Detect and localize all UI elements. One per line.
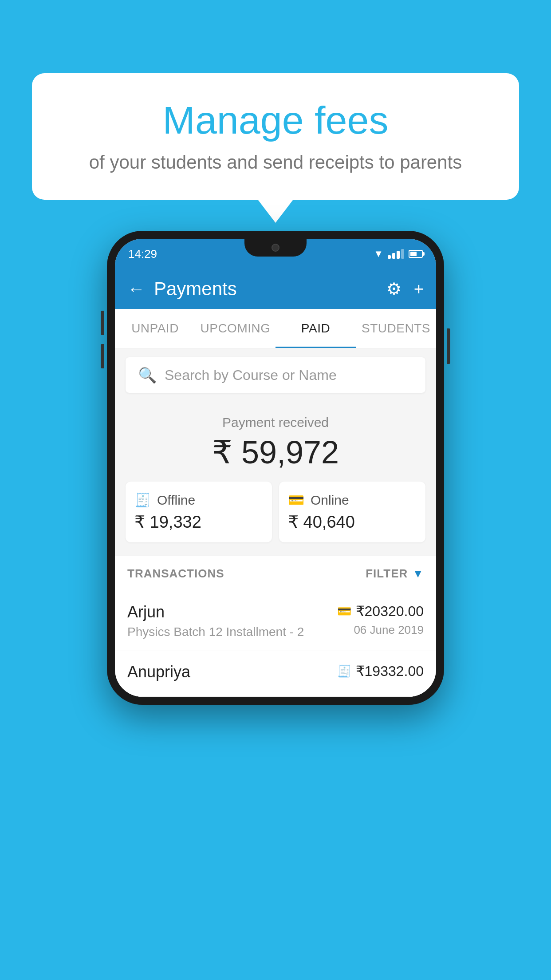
payment-cards: 🧾 Offline ₹ 19,332 💳 Online ₹ 40,640: [126, 482, 425, 542]
signal-bar-1: [388, 255, 391, 259]
tabs: UNPAID UPCOMING PAID STUDENTS: [115, 309, 436, 348]
online-card: 💳 Online ₹ 40,640: [279, 482, 425, 542]
settings-icon[interactable]: ⚙: [386, 279, 401, 299]
transaction-details: Physics Batch 12 Installment - 2: [127, 625, 337, 639]
transaction-amount: ₹20320.00: [356, 603, 424, 620]
tab-paid[interactable]: PAID: [276, 309, 356, 348]
filter-icon: ▼: [412, 567, 424, 581]
transaction-date: 06 June 2019: [337, 623, 424, 637]
volume-button-2: [101, 344, 104, 368]
offline-card-header: 🧾 Offline: [134, 492, 263, 508]
app-header: ← Payments ⚙ +: [115, 269, 436, 309]
search-input[interactable]: Search by Course or Name: [165, 367, 337, 383]
tab-upcoming[interactable]: UPCOMING: [195, 309, 276, 348]
payment-received-label: Payment received: [126, 415, 425, 430]
offline-amount: ₹ 19,332: [134, 512, 263, 532]
speech-bubble-container: Manage fees of your students and send re…: [32, 73, 519, 200]
filter-section[interactable]: FILTER ▼: [366, 567, 424, 581]
status-time: 14:29: [128, 247, 157, 261]
transaction-name: Anupriya: [127, 663, 337, 681]
search-bar[interactable]: 🔍 Search by Course or Name: [126, 357, 425, 393]
transaction-amount: ₹19332.00: [356, 663, 424, 680]
tab-unpaid[interactable]: UNPAID: [115, 309, 195, 348]
wifi-icon: ▼: [374, 248, 383, 260]
transaction-left: Arjun Physics Batch 12 Installment - 2: [127, 603, 337, 639]
payment-type-icon-2: 🧾: [337, 664, 351, 678]
offline-icon: 🧾: [134, 492, 151, 508]
online-label: Online: [311, 493, 349, 508]
notch: [244, 239, 307, 257]
tab-students[interactable]: STUDENTS: [356, 309, 436, 348]
phone-screen: 14:29 ▼: [115, 239, 436, 697]
transactions-label: TRANSACTIONS: [127, 567, 224, 581]
status-icons: ▼: [374, 248, 423, 260]
signal-bars: [388, 249, 404, 259]
power-button: [447, 328, 450, 364]
table-row[interactable]: Anupriya 🧾 ₹19332.00: [115, 651, 436, 697]
filter-label: FILTER: [366, 567, 408, 581]
table-row[interactable]: Arjun Physics Batch 12 Installment - 2 💳…: [115, 591, 436, 651]
phone-container: 14:29 ▼: [107, 231, 444, 705]
online-icon: 💳: [288, 492, 304, 508]
speech-bubble-title: Manage fees: [59, 98, 492, 143]
transaction-right: 🧾 ₹19332.00: [337, 663, 424, 683]
add-icon[interactable]: +: [414, 280, 424, 299]
search-icon: 🔍: [138, 366, 157, 384]
search-container: 🔍 Search by Course or Name: [115, 348, 436, 402]
header-icons: ⚙ +: [386, 279, 424, 299]
camera-dot: [272, 244, 279, 252]
battery-icon: [409, 250, 423, 258]
back-button[interactable]: ←: [127, 279, 145, 299]
payment-type-icon: 💳: [337, 605, 351, 618]
speech-bubble: Manage fees of your students and send re…: [32, 73, 519, 200]
payment-summary: Payment received ₹ 59,972 🧾 Offline ₹ 19…: [115, 402, 436, 556]
signal-bar-4: [401, 249, 404, 259]
payment-total-amount: ₹ 59,972: [126, 434, 425, 471]
online-card-header: 💳 Online: [288, 492, 417, 508]
transaction-left: Anupriya: [127, 663, 337, 685]
status-bar: 14:29 ▼: [115, 239, 436, 269]
signal-bar-2: [392, 253, 395, 259]
transaction-name: Arjun: [127, 603, 337, 621]
transaction-amount-row: 💳 ₹20320.00: [337, 603, 424, 620]
volume-button: [101, 311, 104, 335]
transactions-header: TRANSACTIONS FILTER ▼: [115, 556, 436, 591]
battery-fill: [410, 252, 417, 256]
phone: 14:29 ▼: [107, 231, 444, 705]
speech-bubble-subtitle: of your students and send receipts to pa…: [59, 152, 492, 173]
offline-label: Offline: [157, 493, 195, 508]
online-amount: ₹ 40,640: [288, 512, 417, 532]
transaction-right: 💳 ₹20320.00 06 June 2019: [337, 603, 424, 637]
offline-card: 🧾 Offline ₹ 19,332: [126, 482, 272, 542]
transaction-amount-row: 🧾 ₹19332.00: [337, 663, 424, 680]
signal-bar-3: [397, 251, 400, 259]
app-title: Payments: [154, 278, 378, 300]
